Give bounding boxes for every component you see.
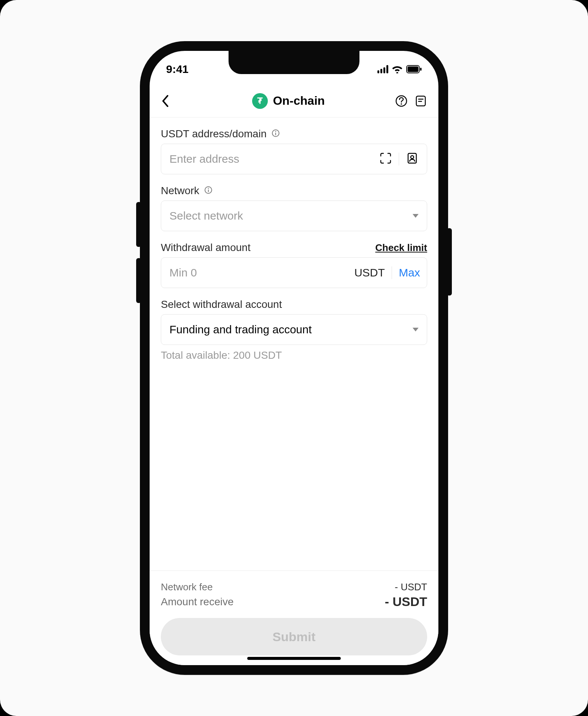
phone-notch: [229, 51, 359, 74]
amount-receive-label: Amount receive: [161, 596, 234, 608]
scan-qr-button[interactable]: [379, 152, 392, 166]
svg-point-9: [275, 131, 276, 132]
navbar: ₮ On-chain: [150, 85, 438, 117]
home-indicator[interactable]: [247, 657, 341, 660]
phone-screen: 9:41: [150, 51, 438, 665]
phone-frame: 9:41: [140, 41, 448, 675]
page-card: 9:41: [0, 0, 588, 716]
amount-receive-value: - USDT: [385, 594, 427, 609]
volume-up-button: [136, 202, 141, 247]
account-select[interactable]: Funding and trading account: [161, 314, 427, 345]
page-title-text: On-chain: [273, 94, 325, 108]
chevron-down-icon: [413, 328, 419, 331]
amount-label: Withdrawal amount: [161, 242, 251, 254]
amount-input[interactable]: Min 0 USDT Max: [161, 257, 427, 288]
network-label: Network: [161, 185, 199, 197]
svg-point-4: [401, 103, 402, 105]
form-content: USDT address/domain Enter address: [150, 117, 438, 361]
help-icon: [395, 95, 408, 107]
account-label: Select withdrawal account: [161, 299, 282, 310]
network-fee-value: - USDT: [395, 581, 427, 593]
address-book-icon: [406, 152, 419, 165]
svg-rect-2: [420, 68, 422, 71]
svg-rect-15: [208, 190, 209, 192]
address-book-button[interactable]: [406, 152, 419, 166]
vertical-divider: [392, 266, 392, 279]
address-placeholder: Enter address: [169, 153, 239, 165]
wifi-icon: [392, 65, 402, 73]
network-select[interactable]: Select network: [161, 201, 427, 231]
submit-label: Submit: [272, 630, 315, 644]
total-available: Total available: 200 USDT: [161, 349, 427, 361]
help-button[interactable]: [395, 95, 408, 107]
address-input[interactable]: Enter address: [161, 144, 427, 174]
summary-bar: Network fee - USDT Amount receive - USDT…: [150, 570, 438, 665]
network-placeholder: Select network: [169, 209, 243, 222]
battery-icon: [406, 65, 422, 73]
page-title: ₮ On-chain: [252, 93, 325, 109]
network-fee-row: Network fee - USDT: [161, 581, 427, 593]
info-icon[interactable]: [271, 129, 280, 139]
svg-rect-10: [275, 133, 276, 135]
network-label-row: Network: [161, 185, 427, 197]
back-button[interactable]: [161, 95, 171, 107]
svg-point-14: [208, 188, 209, 189]
svg-rect-1: [408, 67, 419, 72]
document-icon: [414, 95, 427, 107]
amount-currency: USDT: [354, 266, 385, 279]
signal-icon: [377, 65, 388, 73]
network-fee-label: Network fee: [161, 581, 213, 593]
address-label-row: USDT address/domain: [161, 128, 427, 140]
status-time: 9:41: [166, 63, 189, 76]
chevron-left-icon: [161, 95, 171, 107]
info-icon[interactable]: [204, 186, 213, 196]
check-limit-link[interactable]: Check limit: [375, 242, 427, 254]
address-label: USDT address/domain: [161, 128, 267, 140]
max-button[interactable]: Max: [399, 266, 420, 279]
submit-button[interactable]: Submit: [161, 618, 427, 655]
amount-label-row: Withdrawal amount Check limit: [161, 242, 427, 254]
token-badge-icon: ₮: [252, 93, 268, 109]
svg-point-12: [411, 156, 414, 159]
account-label-row: Select withdrawal account: [161, 299, 427, 310]
power-button: [447, 228, 452, 296]
amount-placeholder: Min 0: [169, 266, 197, 279]
chevron-down-icon: [413, 214, 419, 218]
vertical-divider: [399, 153, 399, 165]
amount-receive-row: Amount receive - USDT: [161, 594, 427, 609]
volume-down-button: [136, 258, 141, 303]
account-selected: Funding and trading account: [169, 323, 312, 336]
history-button[interactable]: [414, 95, 427, 107]
scan-icon: [379, 152, 392, 165]
